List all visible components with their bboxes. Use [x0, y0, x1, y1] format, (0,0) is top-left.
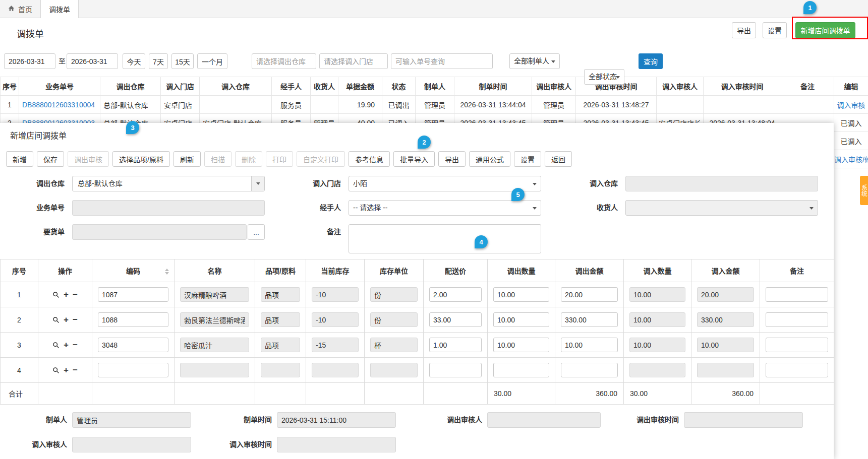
item-price-input[interactable]: [429, 338, 482, 352]
item-out-qty-input[interactable]: [493, 363, 549, 377]
item-price-input[interactable]: [429, 312, 482, 327]
search-button[interactable]: 查询: [639, 53, 663, 69]
system-side-tab[interactable]: 系统: [860, 176, 868, 205]
item-out-qty-input[interactable]: [493, 287, 549, 302]
delete-button[interactable]: 删除: [235, 151, 262, 167]
search-item-icon[interactable]: [52, 367, 60, 374]
add-row-icon[interactable]: +: [64, 366, 69, 374]
item-price-input[interactable]: [429, 287, 482, 302]
dialog-settings-button[interactable]: 设置: [514, 151, 541, 167]
in-store-label: 调入门店: [280, 176, 341, 191]
item-out-qty-input[interactable]: [493, 312, 549, 327]
add-row-icon[interactable]: +: [64, 341, 69, 349]
receiver-select[interactable]: [625, 200, 818, 216]
item-code-input[interactable]: [98, 363, 168, 377]
remark-textarea[interactable]: [349, 224, 541, 253]
chevron-down-icon[interactable]: [251, 176, 264, 191]
add-transfer-button[interactable]: 新增店间调拨单: [795, 22, 855, 38]
col-receiver: 收货人: [311, 77, 338, 96]
item-in-amount-input: [697, 312, 754, 327]
item-name-input: [180, 338, 249, 352]
search-item-icon[interactable]: [52, 316, 60, 323]
remove-row-icon[interactable]: −: [73, 341, 78, 349]
out-warehouse-combo[interactable]: 总部-默认仓库: [72, 176, 265, 191]
handler-select[interactable]: -- 请选择 --: [349, 200, 541, 216]
in-audit-edit-link[interactable]: 调入审核/修改: [834, 150, 868, 168]
item-remark-input[interactable]: [766, 287, 828, 302]
quick-range-month-button[interactable]: 一个月: [197, 53, 227, 69]
item-code-input[interactable]: [98, 312, 168, 327]
items-table: 序号 操作 编码 名称 品项/原料 当前库存 库存单位 配送价 调出数量 调出金…: [0, 259, 834, 405]
col-item-code[interactable]: 编码: [92, 259, 175, 282]
batch-import-button[interactable]: 批量导入: [393, 151, 435, 167]
order-no-filter-input[interactable]: [391, 53, 493, 69]
item-out-amount-input[interactable]: [561, 363, 618, 377]
scan-button[interactable]: 扫描: [204, 151, 232, 167]
item-code-input[interactable]: [98, 338, 168, 352]
date-from-input[interactable]: [4, 53, 55, 69]
add-row-icon[interactable]: +: [64, 315, 69, 324]
item-unit-input: [370, 338, 418, 352]
col-in-warehouse: 调入仓库: [200, 77, 272, 96]
col-item-in-qty: 调入数量: [624, 259, 691, 282]
cell-out-auditor: 管理员: [532, 96, 576, 114]
add-row-icon[interactable]: +: [64, 290, 69, 299]
search-item-icon[interactable]: [52, 342, 60, 349]
custom-print-button[interactable]: 自定义打印: [297, 151, 345, 167]
formula-button[interactable]: 通用公式: [469, 151, 510, 167]
new-transfer-dialog: 新增店间调拨单 新增 保存 调出审核 选择品项/原料 刷新 扫描 删除 打印 自…: [0, 123, 834, 459]
remove-row-icon[interactable]: −: [73, 290, 78, 299]
order-no-link[interactable]: DB8880012603310004: [19, 96, 100, 114]
item-remark-input[interactable]: [766, 312, 828, 327]
in-audit-time-field: 调入审核时间: [204, 437, 396, 452]
new-button[interactable]: 新增: [6, 151, 33, 167]
item-stock-input: [312, 338, 359, 352]
out-warehouse-filter-input[interactable]: [252, 53, 316, 69]
in-warehouse-input: [625, 176, 818, 191]
refresh-button[interactable]: 刷新: [173, 151, 201, 167]
date-to-input[interactable]: [67, 53, 118, 69]
select-items-button[interactable]: 选择品项/原料: [112, 151, 170, 167]
item-remark-input[interactable]: [766, 363, 828, 377]
item-out-amount-input[interactable]: [561, 338, 618, 352]
item-out-amount-input[interactable]: [561, 287, 618, 302]
dialog-export-button[interactable]: 导出: [438, 151, 466, 167]
item-code-input[interactable]: [98, 287, 168, 302]
export-button[interactable]: 导出: [732, 22, 756, 38]
maker-filter-select[interactable]: 全部制单人: [509, 53, 560, 69]
col-maker: 制单人: [416, 77, 454, 96]
quick-range-7d-button[interactable]: 7天: [149, 53, 168, 69]
edit-status-text: 已调入: [834, 132, 868, 150]
col-remark: 备注: [781, 77, 834, 96]
quick-range-today-button[interactable]: 今天: [123, 53, 145, 69]
search-item-icon[interactable]: [52, 291, 60, 298]
reference-info-button[interactable]: 参考信息: [349, 151, 390, 167]
in-auditor-label: 调入审核人: [4, 437, 67, 452]
remove-row-icon[interactable]: −: [73, 366, 78, 374]
in-store-filter-input[interactable]: [319, 53, 388, 69]
item-price-input[interactable]: [429, 363, 482, 377]
item-out-amount-input[interactable]: [561, 312, 618, 327]
out-audit-button[interactable]: 调出审核: [68, 151, 109, 167]
request-order-browse-button[interactable]: ...: [248, 224, 265, 240]
item-unit-input: [370, 363, 418, 377]
quick-range-15d-button[interactable]: 15天: [171, 53, 194, 69]
sort-icon[interactable]: [165, 267, 169, 277]
print-button[interactable]: 打印: [266, 151, 293, 167]
item-out-qty-input[interactable]: [493, 338, 549, 352]
tab-transfer-order[interactable]: 调拨单: [40, 0, 79, 18]
cell-receiver: [311, 96, 338, 114]
status-filter-select[interactable]: 全部状态: [584, 69, 624, 85]
item-in-amount-input: [697, 338, 754, 352]
item-row: 4 + −: [1, 358, 834, 383]
save-button[interactable]: 保存: [37, 151, 64, 167]
item-remark-input[interactable]: [766, 338, 828, 352]
remove-row-icon[interactable]: −: [73, 315, 78, 324]
in-audit-action-link[interactable]: 调入审核: [834, 96, 868, 114]
back-button[interactable]: 返回: [545, 151, 572, 167]
settings-button[interactable]: 设置: [763, 22, 787, 38]
order-no-field: 业务单号: [4, 200, 265, 216]
tab-home[interactable]: 首页: [0, 0, 40, 18]
col-status: 状态: [382, 77, 416, 96]
in-store-select[interactable]: 小陌: [349, 176, 541, 191]
